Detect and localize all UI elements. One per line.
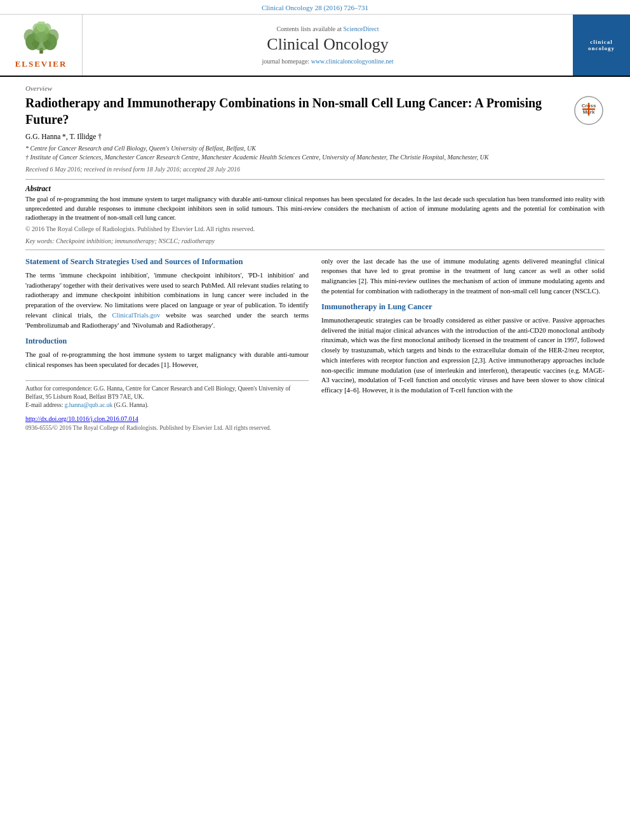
journal-logo-box: clinicaloncology <box>580 20 623 70</box>
page-wrapper: Clinical Oncology 28 (2016) 726–731 ELSE… <box>0 0 630 840</box>
clinical-trials-link[interactable]: ClinicalTrials.gov <box>112 312 160 319</box>
footnote-email-line: E-mail address: g.hanna@qub.ac.uk (G.G. … <box>25 401 309 410</box>
doi-line: http://dx.doi.org/10.1016/j.clon.2016.07… <box>25 415 309 422</box>
section2-body: The goal of re-programming the host immu… <box>25 350 309 370</box>
bottom-copyright: 0936-6555/© 2016 The Royal College of Ra… <box>25 425 309 431</box>
main-content: Overview Radiotherapy and Immunotherapy … <box>0 77 630 441</box>
elsevier-label: ELSEVIER <box>15 59 67 69</box>
author-email-link[interactable]: g.hanna@qub.ac.uk <box>65 402 113 408</box>
keywords-line: Key words: Checkpoint inhibition; immuno… <box>25 237 605 244</box>
footnote-area: Author for correspondence: G.G. Hanna, C… <box>25 380 309 410</box>
affiliations: * Centre for Cancer Research and Cell Bi… <box>25 144 605 162</box>
abstract-text: The goal of re-programming the host immu… <box>25 195 605 223</box>
section3-heading: Immunotherapy in Lung Cancer <box>321 302 605 312</box>
footnote-text1: Author for correspondence: G.G. Hanna, C… <box>25 385 309 402</box>
right-column: only over the last decade has the use of… <box>321 257 605 431</box>
elsevier-logo: ELSEVIER <box>0 15 83 76</box>
two-column-layout: Statement of Search Strategies Used and … <box>25 257 605 431</box>
divider-2 <box>25 250 605 250</box>
homepage-link[interactable]: www.clinicaloncologyonline.net <box>311 58 394 65</box>
logo-label: clinicaloncology <box>588 39 615 51</box>
left-column: Statement of Search Strategies Used and … <box>25 257 309 431</box>
journal-name: Clinical Oncology <box>267 35 388 54</box>
doi-link[interactable]: http://dx.doi.org/10.1016/j.clon.2016.07… <box>25 415 138 422</box>
journal-header: ELSEVIER Contents lists available at Sci… <box>0 15 630 77</box>
section1-body: The terms 'immune checkpoint inhibition'… <box>25 270 309 331</box>
authors: G.G. Hanna *, T. Illidge † <box>25 133 605 140</box>
journal-title-center: Contents lists available at ScienceDirec… <box>83 15 573 76</box>
abstract-section: Abstract The goal of re-programming the … <box>25 185 605 232</box>
crossmark-icon: Cross Mark <box>573 95 605 126</box>
abstract-copyright: © 2016 The Royal College of Radiologists… <box>25 225 605 232</box>
section2-heading: Introduction <box>25 337 309 346</box>
homepage-line: journal homepage: www.clinicaloncologyon… <box>262 58 393 65</box>
elsevier-tree-icon <box>16 22 67 57</box>
citation-text: Clinical Oncology 28 (2016) 726–731 <box>262 4 368 11</box>
divider-1 <box>25 179 605 180</box>
section1-heading: Statement of Search Strategies Used and … <box>25 257 309 267</box>
article-title: Radiotherapy and Immunotherapy Combinati… <box>25 95 605 128</box>
section-label: Overview <box>25 84 605 92</box>
contents-line: Contents lists available at ScienceDirec… <box>276 25 379 32</box>
journal-logo-right: clinicaloncology <box>573 15 630 76</box>
science-direct-link[interactable]: ScienceDirect <box>343 25 379 32</box>
abstract-heading: Abstract <box>25 185 605 192</box>
section3-intro: only over the last decade has the use of… <box>321 257 605 297</box>
received-line: Received 6 May 2016; received in revised… <box>25 166 605 173</box>
top-citation: Clinical Oncology 28 (2016) 726–731 <box>0 0 630 15</box>
section3-body: Immunotherapeutic strategies can be broa… <box>321 316 605 396</box>
